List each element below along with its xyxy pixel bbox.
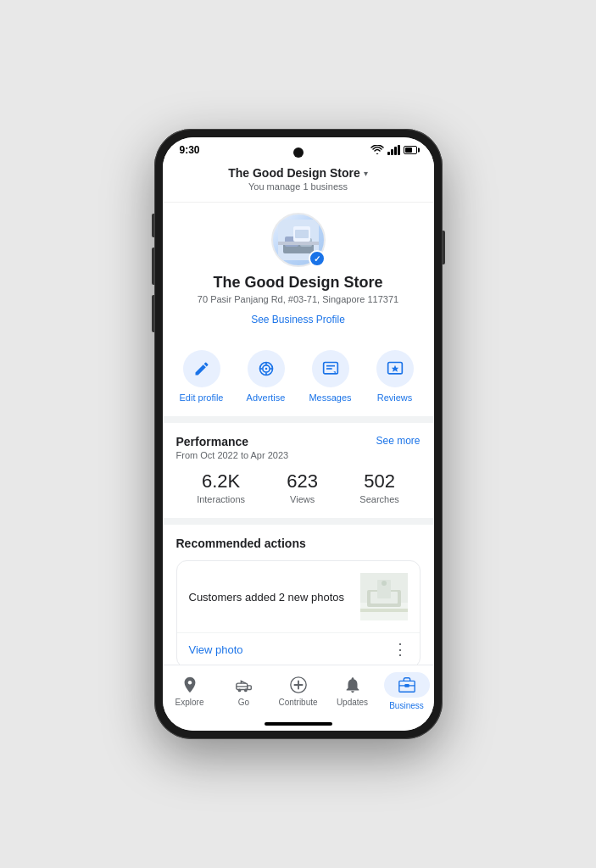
home-bar <box>265 722 332 726</box>
pencil-icon <box>193 360 210 377</box>
updates-icon <box>343 676 362 694</box>
business-label: Business <box>389 701 424 710</box>
reviews-icon <box>387 360 404 377</box>
rec-card-image <box>360 573 408 620</box>
go-icon <box>235 676 253 694</box>
rec-card-footer: View photo ⋮ <box>177 632 420 665</box>
advertise-button[interactable]: Advertise <box>234 350 298 403</box>
performance-title-group: Performance From Oct 2022 to Apr 2023 <box>176 435 289 460</box>
action-buttons: Edit profile <box>163 340 434 423</box>
camera-notch <box>293 147 304 158</box>
svg-rect-27 <box>247 686 251 690</box>
performance-date: From Oct 2022 to Apr 2023 <box>176 450 289 460</box>
verified-badge: ✓ <box>309 250 326 267</box>
business-icon <box>398 676 416 694</box>
status-icons <box>370 145 417 155</box>
recommended-title: Recommended actions <box>176 537 421 550</box>
nav-contribute[interactable]: Contribute <box>271 676 326 707</box>
volume-down-button <box>152 248 154 285</box>
silent-button <box>152 295 154 332</box>
svg-rect-6 <box>295 230 309 238</box>
stat-views-label: Views <box>287 494 318 504</box>
dropdown-icon: ▾ <box>364 169 368 178</box>
stat-interactions-label: Interactions <box>197 494 245 504</box>
recommended-section: Recommended actions Customers added 2 ne… <box>163 525 434 665</box>
store-name: The Good Design Store <box>176 274 421 292</box>
advertise-icon <box>258 360 275 377</box>
stat-searches-value: 502 <box>359 470 398 492</box>
home-indicator <box>163 719 434 731</box>
contribute-label: Contribute <box>278 698 317 707</box>
business-selector-name: The Good Design Store <box>228 166 360 180</box>
bottom-navigation: Explore Go <box>163 665 434 719</box>
see-more-link[interactable]: See more <box>376 435 420 447</box>
rec-card-content: Customers added 2 new photos <box>177 561 420 632</box>
signal-icon <box>387 145 400 155</box>
power-button <box>443 231 445 264</box>
recommended-card: Customers added 2 new photos <box>176 560 421 665</box>
messages-button[interactable]: Messages <box>298 350 363 403</box>
edit-profile-button[interactable]: Edit profile <box>170 350 234 403</box>
svg-rect-25 <box>360 609 408 612</box>
messages-label: Messages <box>309 392 351 403</box>
see-profile-link[interactable]: See Business Profile <box>251 314 345 326</box>
performance-section: Performance From Oct 2022 to Apr 2023 Se… <box>163 423 434 525</box>
explore-label: Explore <box>175 698 204 707</box>
reviews-button[interactable]: Reviews <box>363 350 427 403</box>
status-bar: 9:30 <box>163 137 434 159</box>
updates-label: Updates <box>337 698 368 707</box>
stat-views-value: 623 <box>287 470 318 492</box>
messages-icon <box>322 360 339 377</box>
advertise-label: Advertise <box>247 392 286 403</box>
explore-icon <box>181 676 199 694</box>
stat-views: 623 Views <box>287 470 318 504</box>
advertise-icon-circle <box>248 350 285 387</box>
avatar-container: ✓ <box>271 213 326 267</box>
wifi-icon <box>370 145 384 155</box>
app-header: The Good Design Store ▾ You manage 1 bus… <box>163 159 434 203</box>
volume-up-button <box>152 214 154 237</box>
svg-point-28 <box>237 689 241 693</box>
svg-rect-35 <box>404 684 409 687</box>
store-address: 70 Pasir Panjang Rd, #03-71, Singapore 1… <box>176 294 421 304</box>
stat-searches-label: Searches <box>359 494 398 504</box>
edit-profile-icon-circle <box>183 350 220 387</box>
view-photo-link[interactable]: View photo <box>189 643 243 656</box>
reviews-label: Reviews <box>377 392 413 403</box>
stat-interactions: 6.2K Interactions <box>197 470 245 504</box>
phone-frame: 9:30 <box>154 129 443 739</box>
nav-business[interactable]: Business <box>380 672 434 710</box>
svg-point-24 <box>382 581 387 586</box>
edit-profile-label: Edit profile <box>180 392 224 403</box>
performance-stats: 6.2K Interactions 623 Views 502 Searches <box>176 470 421 504</box>
svg-marker-18 <box>391 365 398 372</box>
svg-rect-4 <box>278 242 319 245</box>
stat-interactions-value: 6.2K <box>197 470 245 492</box>
performance-title: Performance <box>176 435 289 448</box>
verified-check-icon: ✓ <box>314 254 320 264</box>
photo-thumbnail <box>360 573 408 620</box>
reviews-icon-circle <box>376 350 414 387</box>
go-label: Go <box>238 698 249 707</box>
svg-point-29 <box>244 689 248 693</box>
business-selector[interactable]: The Good Design Store ▾ <box>176 166 421 180</box>
profile-section: ✓ The Good Design Store 70 Pasir Panjang… <box>163 203 434 340</box>
nav-go[interactable]: Go <box>217 676 271 707</box>
messages-icon-circle <box>312 350 349 387</box>
more-options-icon[interactable]: ⋮ <box>393 640 408 659</box>
nav-explore[interactable]: Explore <box>163 676 217 707</box>
stat-searches: 502 Searches <box>359 470 398 504</box>
battery-icon <box>404 146 417 154</box>
svg-point-9 <box>265 368 267 370</box>
business-active-bg <box>384 672 430 698</box>
phone-screen: 9:30 <box>163 137 434 731</box>
contribute-icon <box>289 676 308 694</box>
performance-header: Performance From Oct 2022 to Apr 2023 Se… <box>176 435 421 460</box>
nav-updates[interactable]: Updates <box>326 676 380 707</box>
manage-text: You manage 1 business <box>176 181 421 192</box>
rec-card-text: Customers added 2 new photos <box>189 591 350 604</box>
status-time: 9:30 <box>180 144 200 156</box>
screen-content[interactable]: The Good Design Store ▾ You manage 1 bus… <box>163 159 434 665</box>
